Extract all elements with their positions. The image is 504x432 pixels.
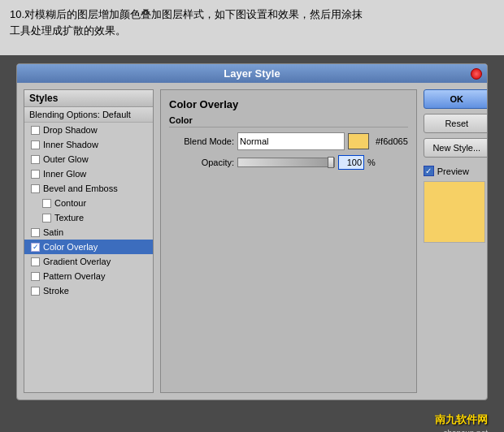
color-overlay-checkbox[interactable]: ✓ xyxy=(31,243,40,252)
sidebar-item-texture[interactable]: Texture xyxy=(24,210,153,225)
watermark-line1: 南九软件网 xyxy=(435,413,488,426)
preview-box xyxy=(424,181,485,243)
preview-section: Preview xyxy=(424,166,488,243)
blending-label: Blending Options: Default xyxy=(29,110,131,119)
bottom-bar: 南九软件网 shancun.net xyxy=(0,408,504,432)
dialog-titlebar: Layer Style xyxy=(17,64,487,83)
top-text-line2: 工具处理成扩散的效果。 xyxy=(10,24,126,37)
blend-mode-select[interactable]: Normal Multiply Screen xyxy=(238,133,344,149)
layer-style-dialog: Layer Style Styles Blending Options: Def… xyxy=(16,63,488,400)
drop-shadow-checkbox[interactable] xyxy=(31,126,40,135)
bevel-emboss-checkbox[interactable] xyxy=(31,184,40,193)
styles-panel: Styles Blending Options: Default Drop Sh… xyxy=(24,89,154,393)
center-panel: Color Overlay Color Blend Mode: Normal M… xyxy=(160,89,417,393)
pattern-overlay-checkbox[interactable] xyxy=(31,272,40,281)
outer-glow-checkbox[interactable] xyxy=(31,155,40,164)
opacity-input[interactable] xyxy=(338,155,364,170)
opacity-row: Opacity: % xyxy=(169,155,408,170)
new-style-button[interactable]: New Style... xyxy=(424,138,488,158)
blend-mode-label: Blend Mode: xyxy=(169,136,234,146)
inner-glow-checkbox[interactable] xyxy=(31,170,40,179)
opacity-label: Opacity: xyxy=(169,158,234,167)
preview-checkbox[interactable] xyxy=(424,166,434,176)
subsection-title: Color xyxy=(169,115,408,127)
preview-row: Preview xyxy=(424,166,469,176)
sidebar-item-inner-shadow[interactable]: Inner Shadow xyxy=(24,137,153,152)
sidebar-item-gradient-overlay[interactable]: Gradient Overlay xyxy=(24,254,153,269)
contour-checkbox[interactable] xyxy=(42,199,51,208)
gradient-overlay-checkbox[interactable] xyxy=(31,257,40,266)
hex-value: #f6d065 xyxy=(376,136,408,146)
sidebar-item-color-overlay[interactable]: ✓ Color Overlay xyxy=(24,240,153,254)
percent-label: % xyxy=(367,158,376,167)
top-text-line1: 10.对模糊后的图层增加颜色叠加图层样式，如下图设置和效果，然后用涂抹 xyxy=(10,8,363,20)
watermark-line2: shancun.net xyxy=(444,429,489,432)
right-panel: OK Reset New Style... Preview xyxy=(424,89,488,393)
sidebar-item-bevel-emboss[interactable]: Bevel and Emboss xyxy=(24,181,153,196)
blend-mode-row: Blend Mode: Normal Multiply Screen #f6d0… xyxy=(169,132,408,150)
preview-label: Preview xyxy=(437,166,469,176)
sidebar-item-pattern-overlay[interactable]: Pattern Overlay xyxy=(24,269,153,283)
sidebar-item-blending[interactable]: Blending Options: Default xyxy=(24,107,153,123)
sidebar-item-inner-glow[interactable]: Inner Glow xyxy=(24,166,153,181)
sidebar-item-stroke[interactable]: Stroke xyxy=(24,283,153,298)
top-text-area: 10.对模糊后的图层增加颜色叠加图层样式，如下图设置和效果，然后用涂抹 工具处理… xyxy=(0,0,504,55)
sidebar-item-outer-glow[interactable]: Outer Glow xyxy=(24,152,153,166)
sidebar-item-drop-shadow[interactable]: Drop Shadow xyxy=(24,123,153,137)
sidebar-item-satin[interactable]: Satin xyxy=(24,225,153,240)
ok-button[interactable]: OK xyxy=(424,89,488,109)
styles-list: Blending Options: Default Drop Shadow In… xyxy=(24,107,153,298)
styles-panel-title: Styles xyxy=(24,90,153,107)
section-title: Color Overlay xyxy=(169,98,408,110)
inner-shadow-checkbox[interactable] xyxy=(31,140,40,149)
reset-button[interactable]: Reset xyxy=(424,114,488,133)
satin-checkbox[interactable] xyxy=(31,228,40,237)
stroke-checkbox[interactable] xyxy=(31,287,40,296)
texture-checkbox[interactable] xyxy=(42,214,51,222)
sidebar-item-contour[interactable]: Contour xyxy=(24,196,153,210)
color-swatch[interactable] xyxy=(348,133,369,149)
opacity-slider[interactable] xyxy=(237,158,335,167)
dialog-title: Layer Style xyxy=(224,67,280,80)
close-button[interactable] xyxy=(471,68,482,80)
